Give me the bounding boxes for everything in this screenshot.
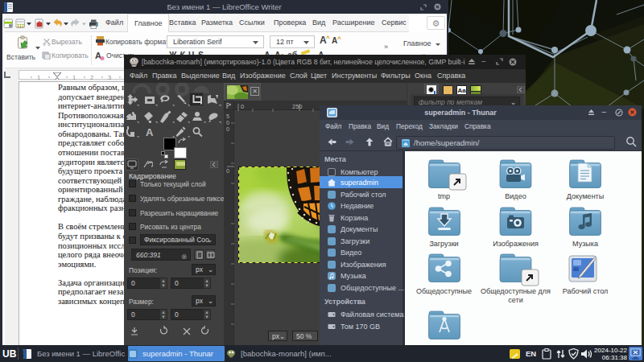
svg-text:Музыка: Музыка: [572, 240, 598, 248]
svg-text:Изображения: Изображения: [493, 240, 539, 248]
svg-text:250: 250: [292, 103, 303, 110]
svg-text:5: 5: [226, 113, 229, 119]
svg-text:tmp: tmp: [438, 192, 450, 200]
svg-text:0: 0: [226, 120, 229, 125]
svg-text:Видео: Видео: [505, 192, 526, 200]
svg-text:Документы: Документы: [567, 192, 604, 200]
svg-text:сети: сети: [508, 296, 522, 304]
svg-text:Общедоступные для: Общедоступные для: [481, 287, 551, 295]
svg-text:Рабочий стол: Рабочий стол: [563, 287, 609, 295]
svg-text:Общедоступные: Общедоступные: [416, 287, 472, 295]
svg-text:A: A: [146, 126, 154, 138]
svg-text:0: 0: [241, 103, 244, 110]
svg-text:0: 0: [226, 126, 229, 132]
svg-text:Загрузки: Загрузки: [429, 240, 458, 248]
svg-text:0: 0: [226, 168, 229, 174]
